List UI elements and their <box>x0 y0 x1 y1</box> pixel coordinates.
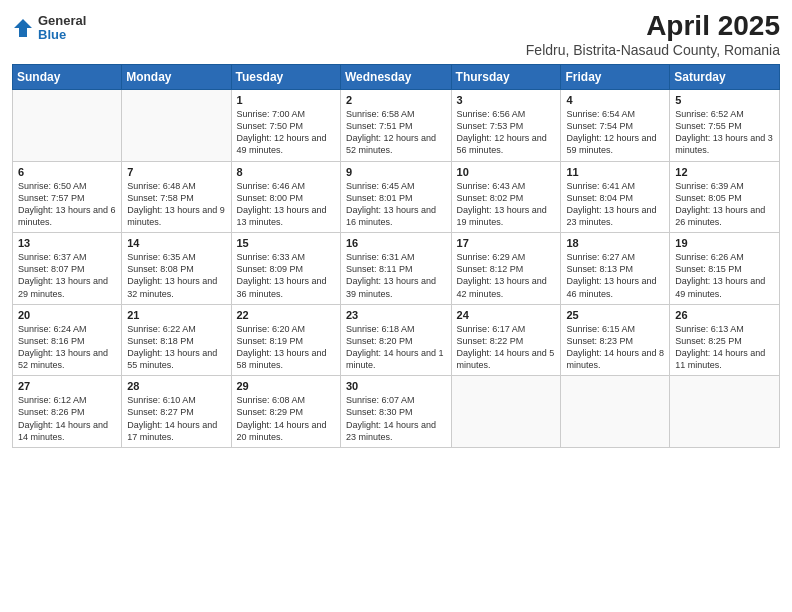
calendar-cell <box>122 90 231 162</box>
calendar-week-3: 13Sunrise: 6:37 AM Sunset: 8:07 PM Dayli… <box>13 233 780 305</box>
day-info: Sunrise: 6:29 AM Sunset: 8:12 PM Dayligh… <box>457 251 556 300</box>
calendar-cell: 30Sunrise: 6:07 AM Sunset: 8:30 PM Dayli… <box>340 376 451 448</box>
calendar-cell: 3Sunrise: 6:56 AM Sunset: 7:53 PM Daylig… <box>451 90 561 162</box>
calendar-cell <box>670 376 780 448</box>
day-info: Sunrise: 6:46 AM Sunset: 8:00 PM Dayligh… <box>237 180 335 229</box>
day-number: 15 <box>237 237 335 249</box>
day-number: 2 <box>346 94 446 106</box>
logo: General Blue <box>12 14 86 43</box>
day-number: 18 <box>566 237 664 249</box>
day-info: Sunrise: 6:31 AM Sunset: 8:11 PM Dayligh… <box>346 251 446 300</box>
day-info: Sunrise: 6:39 AM Sunset: 8:05 PM Dayligh… <box>675 180 774 229</box>
calendar-cell: 21Sunrise: 6:22 AM Sunset: 8:18 PM Dayli… <box>122 304 231 376</box>
calendar-cell: 27Sunrise: 6:12 AM Sunset: 8:26 PM Dayli… <box>13 376 122 448</box>
day-number: 20 <box>18 309 116 321</box>
calendar-cell: 22Sunrise: 6:20 AM Sunset: 8:19 PM Dayli… <box>231 304 340 376</box>
day-number: 9 <box>346 166 446 178</box>
calendar-cell <box>561 376 670 448</box>
calendar-cell: 7Sunrise: 6:48 AM Sunset: 7:58 PM Daylig… <box>122 161 231 233</box>
day-info: Sunrise: 6:20 AM Sunset: 8:19 PM Dayligh… <box>237 323 335 372</box>
col-friday: Friday <box>561 65 670 90</box>
day-number: 14 <box>127 237 225 249</box>
col-sunday: Sunday <box>13 65 122 90</box>
day-info: Sunrise: 6:41 AM Sunset: 8:04 PM Dayligh… <box>566 180 664 229</box>
calendar-cell: 5Sunrise: 6:52 AM Sunset: 7:55 PM Daylig… <box>670 90 780 162</box>
col-monday: Monday <box>122 65 231 90</box>
col-wednesday: Wednesday <box>340 65 451 90</box>
day-info: Sunrise: 6:07 AM Sunset: 8:30 PM Dayligh… <box>346 394 446 443</box>
day-number: 19 <box>675 237 774 249</box>
day-number: 28 <box>127 380 225 392</box>
day-info: Sunrise: 6:13 AM Sunset: 8:25 PM Dayligh… <box>675 323 774 372</box>
calendar-cell: 6Sunrise: 6:50 AM Sunset: 7:57 PM Daylig… <box>13 161 122 233</box>
logo-blue-text: Blue <box>38 28 86 42</box>
logo-text: General Blue <box>38 14 86 43</box>
calendar-title: April 2025 <box>526 10 780 42</box>
day-info: Sunrise: 6:27 AM Sunset: 8:13 PM Dayligh… <box>566 251 664 300</box>
day-info: Sunrise: 6:58 AM Sunset: 7:51 PM Dayligh… <box>346 108 446 157</box>
calendar-cell: 2Sunrise: 6:58 AM Sunset: 7:51 PM Daylig… <box>340 90 451 162</box>
day-number: 1 <box>237 94 335 106</box>
calendar-cell: 17Sunrise: 6:29 AM Sunset: 8:12 PM Dayli… <box>451 233 561 305</box>
day-number: 16 <box>346 237 446 249</box>
calendar-table: Sunday Monday Tuesday Wednesday Thursday… <box>12 64 780 448</box>
day-info: Sunrise: 6:17 AM Sunset: 8:22 PM Dayligh… <box>457 323 556 372</box>
calendar-cell: 20Sunrise: 6:24 AM Sunset: 8:16 PM Dayli… <box>13 304 122 376</box>
day-info: Sunrise: 6:26 AM Sunset: 8:15 PM Dayligh… <box>675 251 774 300</box>
col-tuesday: Tuesday <box>231 65 340 90</box>
day-number: 8 <box>237 166 335 178</box>
title-block: April 2025 Feldru, Bistrita-Nasaud Count… <box>526 10 780 58</box>
day-info: Sunrise: 6:54 AM Sunset: 7:54 PM Dayligh… <box>566 108 664 157</box>
logo-icon <box>12 17 34 39</box>
day-number: 21 <box>127 309 225 321</box>
calendar-cell: 9Sunrise: 6:45 AM Sunset: 8:01 PM Daylig… <box>340 161 451 233</box>
col-thursday: Thursday <box>451 65 561 90</box>
day-number: 23 <box>346 309 446 321</box>
calendar-cell: 18Sunrise: 6:27 AM Sunset: 8:13 PM Dayli… <box>561 233 670 305</box>
day-info: Sunrise: 6:48 AM Sunset: 7:58 PM Dayligh… <box>127 180 225 229</box>
calendar-cell: 16Sunrise: 6:31 AM Sunset: 8:11 PM Dayli… <box>340 233 451 305</box>
calendar-week-5: 27Sunrise: 6:12 AM Sunset: 8:26 PM Dayli… <box>13 376 780 448</box>
day-number: 22 <box>237 309 335 321</box>
calendar-cell: 23Sunrise: 6:18 AM Sunset: 8:20 PM Dayli… <box>340 304 451 376</box>
calendar-cell: 12Sunrise: 6:39 AM Sunset: 8:05 PM Dayli… <box>670 161 780 233</box>
calendar-cell: 25Sunrise: 6:15 AM Sunset: 8:23 PM Dayli… <box>561 304 670 376</box>
day-info: Sunrise: 6:15 AM Sunset: 8:23 PM Dayligh… <box>566 323 664 372</box>
day-info: Sunrise: 6:35 AM Sunset: 8:08 PM Dayligh… <box>127 251 225 300</box>
day-info: Sunrise: 6:08 AM Sunset: 8:29 PM Dayligh… <box>237 394 335 443</box>
day-info: Sunrise: 6:52 AM Sunset: 7:55 PM Dayligh… <box>675 108 774 157</box>
logo-general-text: General <box>38 14 86 28</box>
calendar-header-row: Sunday Monday Tuesday Wednesday Thursday… <box>13 65 780 90</box>
calendar-cell: 10Sunrise: 6:43 AM Sunset: 8:02 PM Dayli… <box>451 161 561 233</box>
calendar-subtitle: Feldru, Bistrita-Nasaud County, Romania <box>526 42 780 58</box>
day-number: 17 <box>457 237 556 249</box>
day-info: Sunrise: 6:22 AM Sunset: 8:18 PM Dayligh… <box>127 323 225 372</box>
day-info: Sunrise: 6:43 AM Sunset: 8:02 PM Dayligh… <box>457 180 556 229</box>
calendar-cell: 28Sunrise: 6:10 AM Sunset: 8:27 PM Dayli… <box>122 376 231 448</box>
calendar-cell: 26Sunrise: 6:13 AM Sunset: 8:25 PM Dayli… <box>670 304 780 376</box>
page-container: General Blue April 2025 Feldru, Bistrita… <box>0 0 792 612</box>
calendar-cell: 29Sunrise: 6:08 AM Sunset: 8:29 PM Dayli… <box>231 376 340 448</box>
calendar-week-2: 6Sunrise: 6:50 AM Sunset: 7:57 PM Daylig… <box>13 161 780 233</box>
day-number: 10 <box>457 166 556 178</box>
day-info: Sunrise: 6:10 AM Sunset: 8:27 PM Dayligh… <box>127 394 225 443</box>
day-number: 25 <box>566 309 664 321</box>
calendar-cell: 8Sunrise: 6:46 AM Sunset: 8:00 PM Daylig… <box>231 161 340 233</box>
header: General Blue April 2025 Feldru, Bistrita… <box>12 10 780 58</box>
day-number: 6 <box>18 166 116 178</box>
calendar-cell: 4Sunrise: 6:54 AM Sunset: 7:54 PM Daylig… <box>561 90 670 162</box>
day-number: 13 <box>18 237 116 249</box>
day-info: Sunrise: 6:45 AM Sunset: 8:01 PM Dayligh… <box>346 180 446 229</box>
calendar-week-4: 20Sunrise: 6:24 AM Sunset: 8:16 PM Dayli… <box>13 304 780 376</box>
day-number: 7 <box>127 166 225 178</box>
day-number: 29 <box>237 380 335 392</box>
day-info: Sunrise: 6:12 AM Sunset: 8:26 PM Dayligh… <box>18 394 116 443</box>
calendar-cell: 15Sunrise: 6:33 AM Sunset: 8:09 PM Dayli… <box>231 233 340 305</box>
calendar-cell: 11Sunrise: 6:41 AM Sunset: 8:04 PM Dayli… <box>561 161 670 233</box>
day-number: 26 <box>675 309 774 321</box>
day-number: 11 <box>566 166 664 178</box>
calendar-cell: 19Sunrise: 6:26 AM Sunset: 8:15 PM Dayli… <box>670 233 780 305</box>
day-number: 30 <box>346 380 446 392</box>
day-number: 27 <box>18 380 116 392</box>
calendar-cell <box>13 90 122 162</box>
